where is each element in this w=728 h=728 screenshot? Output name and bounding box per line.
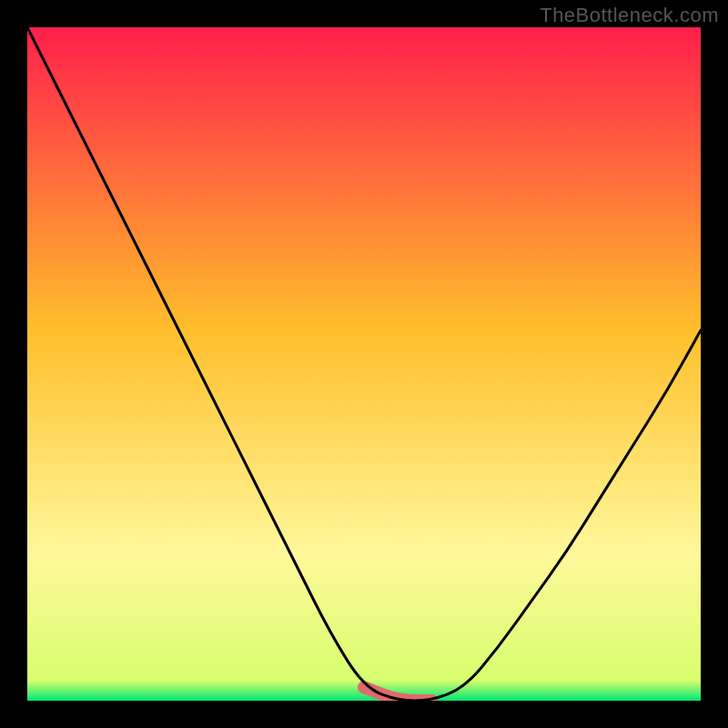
chart-svg: [27, 27, 701, 701]
plot-area: [27, 27, 701, 701]
chart-frame: TheBottleneck.com: [0, 0, 728, 728]
watermark-text: TheBottleneck.com: [540, 4, 719, 27]
gradient-background: [27, 27, 701, 701]
